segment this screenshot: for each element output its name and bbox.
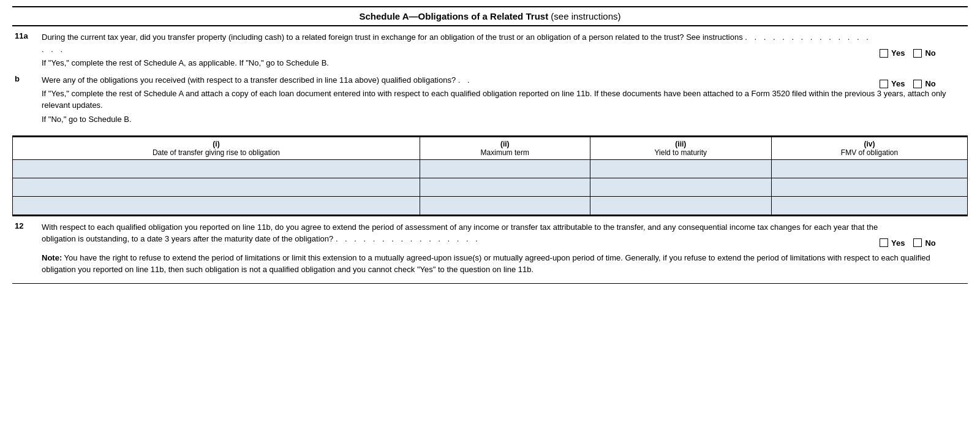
ifyes-11a: If "Yes," complete the rest of Schedule … — [42, 58, 965, 69]
q-row-11b: Were any of the obligations you received… — [42, 74, 965, 89]
yes-no-12: Yes No — [880, 237, 965, 248]
row-11b-question: b Were any of the obligations you receiv… — [15, 74, 965, 128]
yes-checkbox-11b[interactable]: Yes — [880, 79, 905, 88]
q-row-11a: During the current tax year, did you tra… — [42, 31, 965, 58]
note-text-12: Note: You have the right to refuse to ex… — [42, 253, 965, 276]
yes-checkbox-12[interactable]: Yes — [880, 238, 905, 248]
checkbox-no-11a[interactable] — [913, 49, 922, 58]
col-header-iii: (iii) Yield to maturity — [590, 137, 771, 160]
line-num-11b: b — [15, 74, 42, 83]
text-12: With respect to each qualified obligatio… — [42, 221, 880, 248]
table-cell-0-3[interactable] — [772, 159, 968, 178]
table-cell-1-3[interactable] — [772, 178, 968, 196]
content-11b: Were any of the obligations you received… — [42, 74, 965, 128]
table-cell-1-2[interactable] — [590, 178, 771, 196]
question-12: With respect to each qualified obligatio… — [42, 221, 880, 245]
page-container: Schedule A—Obligations of a Related Trus… — [12, 0, 968, 290]
content-11a: During the current tax year, did you tra… — [42, 31, 965, 72]
table-cell-2-2[interactable] — [590, 196, 771, 215]
checkbox-yes-11a[interactable] — [880, 49, 888, 58]
table-cell-2-3[interactable] — [772, 196, 968, 215]
table-cell-2-0[interactable] — [13, 196, 420, 215]
row-12: 12 With respect to each qualified obliga… — [15, 221, 965, 278]
line-num-11a: 11a — [15, 31, 42, 40]
table-cell-0-0[interactable] — [13, 159, 420, 178]
question-11a: During the current tax year, did you tra… — [42, 31, 880, 55]
ifno-11b: If "No," go to Schedule B. — [42, 114, 965, 126]
checkbox-yes-11b[interactable] — [880, 80, 888, 88]
obligations-table: (i) Date of transfer giving rise to obli… — [12, 136, 968, 215]
col-header-ii: (ii) Maximum term — [420, 137, 590, 160]
q-row-12: With respect to each qualified obligatio… — [42, 221, 965, 248]
schedule-title: Schedule A—Obligations of a Related Trus… — [12, 6, 968, 26]
table-cell-0-1[interactable] — [420, 159, 590, 178]
no-checkbox-11a[interactable]: No — [913, 48, 935, 58]
col-header-iv: (iv) FMV of obligation — [772, 137, 968, 160]
table-cell-0-2[interactable] — [590, 159, 771, 178]
table-cell-2-1[interactable] — [420, 196, 590, 215]
table-row — [13, 196, 968, 215]
yes-no-11a: Yes No — [880, 47, 965, 58]
section-12: 12 With respect to each qualified obliga… — [12, 216, 968, 284]
table-cell-1-1[interactable] — [420, 178, 590, 196]
yes-no-11b: Yes No — [880, 78, 965, 88]
checkbox-yes-12[interactable] — [880, 238, 888, 247]
question-11b: Were any of the obligations you received… — [42, 74, 880, 86]
schedule-title-main: Schedule A—Obligations of a Related Trus… — [359, 11, 548, 21]
no-checkbox-12[interactable]: No — [913, 238, 935, 248]
yes-checkbox-11a[interactable]: Yes — [880, 48, 905, 58]
content-12: With respect to each qualified obligatio… — [42, 221, 965, 278]
row-11a-question: 11a During the current tax year, did you… — [15, 31, 965, 72]
table-row — [13, 178, 968, 196]
note-block-12: Note: You have the right to refuse to ex… — [42, 253, 965, 276]
checkbox-no-12[interactable] — [913, 238, 922, 247]
col-header-i: (i) Date of transfer giving rise to obli… — [13, 137, 420, 160]
table-row — [13, 159, 968, 178]
text-11b: Were any of the obligations you received… — [42, 74, 880, 89]
table-cell-1-0[interactable] — [13, 178, 420, 196]
obligations-table-section: (i) Date of transfer giving rise to obli… — [12, 136, 968, 216]
text-11a: During the current tax year, did you tra… — [42, 31, 880, 58]
section-11a: 11a During the current tax year, did you… — [12, 26, 968, 136]
schedule-title-sub: (see instructions) — [548, 11, 620, 21]
no-checkbox-11b[interactable]: No — [913, 79, 935, 88]
ifyes-long-11b: If "Yes," complete the rest of Schedule … — [42, 88, 965, 112]
note-label: Note: — [42, 253, 62, 262]
table-header-row: (i) Date of transfer giving rise to obli… — [13, 137, 968, 160]
line-num-12: 12 — [15, 221, 42, 230]
checkbox-no-11b[interactable] — [913, 80, 922, 88]
note-content: You have the right to refuse to extend t… — [42, 253, 930, 274]
